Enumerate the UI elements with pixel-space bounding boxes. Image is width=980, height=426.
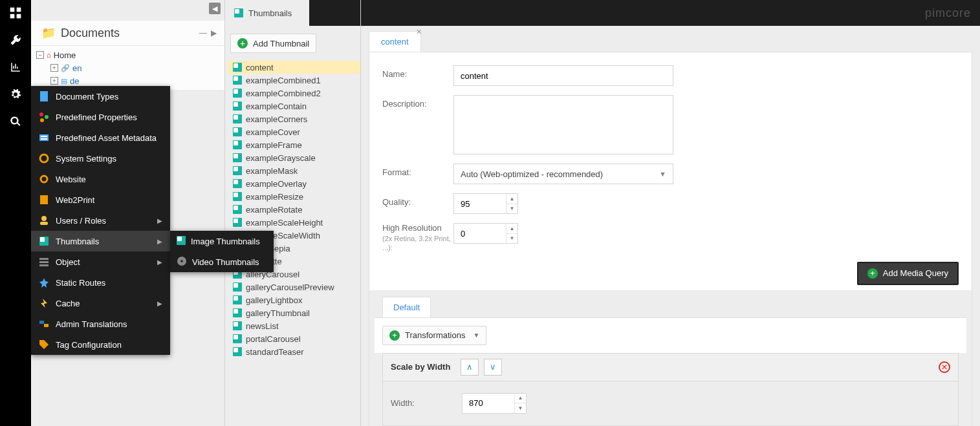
gear-icon[interactable]	[8, 87, 23, 102]
close-icon[interactable]: ×	[416, 27, 421, 37]
apps-icon[interactable]	[8, 5, 23, 21]
tree-en-row[interactable]: + 🔗 en	[36, 61, 219, 74]
collapse-toggle-icon[interactable]: −	[36, 51, 44, 59]
list-item[interactable]: galleryCarouselPreview	[228, 281, 360, 293]
submenu-image-thumbnails[interactable]: Image Thumbnails	[170, 231, 274, 251]
tree-de-label: de	[70, 76, 79, 86]
properties-icon	[39, 112, 49, 122]
list-item[interactable]: exampleFrame	[228, 138, 360, 151]
list-item[interactable]: exampleCombined1	[228, 74, 360, 87]
list-item[interactable]: galleryThumbnail	[228, 306, 360, 319]
thumbnails-icon	[234, 8, 243, 17]
list-item-label: galleryLightbox	[246, 295, 302, 305]
menu-website[interactable]: Website	[31, 169, 170, 189]
highres-sublabel: (2x Retina, 3.2x Print, ...):	[382, 234, 453, 253]
stepper-down-icon[interactable]: ▼	[515, 403, 526, 413]
expand-icon[interactable]: ▶	[211, 28, 217, 37]
expand-toggle-icon[interactable]: +	[50, 64, 58, 72]
list-item[interactable]: exampleCover	[228, 125, 360, 138]
list-item[interactable]: portalCarousel	[228, 332, 360, 345]
users-icon	[39, 215, 49, 226]
list-item[interactable]: standardTeaser	[228, 345, 360, 358]
add-media-query-button[interactable]: + Add Media Query	[857, 262, 959, 285]
wrench-icon[interactable]	[8, 32, 23, 48]
stepper-down-icon[interactable]: ▼	[506, 204, 517, 214]
list-item[interactable]: exampleGrayscale	[228, 151, 360, 164]
stepper-up-icon[interactable]: ▲	[506, 224, 517, 234]
menu-users-roles[interactable]: Users / Roles ▶	[31, 210, 170, 231]
transformations-button[interactable]: + Transformations ▼	[382, 326, 486, 345]
folder-icon: 📁	[41, 26, 56, 40]
list-item[interactable]: exampleContain	[228, 100, 360, 112]
list-item[interactable]: exampleRotate	[228, 203, 360, 216]
content-tabs: content ×	[361, 26, 980, 52]
stepper-up-icon[interactable]: ▲	[515, 394, 526, 404]
static-routes-icon	[39, 277, 49, 288]
list-item-label: exampleRotate	[246, 205, 302, 215]
minimize-icon[interactable]: —	[199, 28, 207, 37]
stepper-down-icon[interactable]: ▼	[506, 234, 517, 244]
width-stepper[interactable]: ▲ ▼	[462, 393, 527, 414]
list-item[interactable]: exampleScaleHeight	[228, 216, 360, 229]
list-item[interactable]: exampleCorners	[228, 112, 360, 125]
stepper-up-icon[interactable]: ▲	[506, 194, 517, 204]
list-item-label: exampleCorners	[246, 114, 307, 124]
list-item[interactable]: exampleOverlay	[228, 177, 360, 190]
menu-system-settings[interactable]: System Settings	[31, 148, 170, 169]
object-icon	[39, 257, 49, 267]
menu-object[interactable]: Object ▶	[31, 251, 170, 272]
width-label: Width:	[391, 398, 462, 408]
brand-logo: pimcore	[925, 6, 971, 20]
list-item-label: exampleFrame	[246, 140, 302, 150]
list-item[interactable]: exampleMask	[228, 164, 360, 177]
panel-collapse-left-icon[interactable]: ◀	[209, 3, 221, 14]
menu-document-types[interactable]: Document Types	[31, 86, 170, 107]
quality-stepper[interactable]: ▲ ▼	[453, 193, 518, 214]
highres-stepper[interactable]: ▲ ▼	[453, 223, 518, 244]
highres-input[interactable]	[454, 224, 506, 243]
menu-admin-translations[interactable]: Admin Translations	[31, 314, 170, 334]
menu-predefined-asset-metadata[interactable]: Predefined Asset Metadata	[31, 127, 170, 148]
delete-button[interactable]: ✕	[939, 361, 950, 373]
list-item[interactable]: newsList	[228, 319, 360, 332]
move-down-button[interactable]: ∨	[484, 359, 502, 376]
menu-cache[interactable]: Cache ▶	[31, 293, 170, 314]
menu-web2print[interactable]: Web2Print	[31, 189, 170, 210]
thumbnail-icon	[233, 282, 242, 292]
svg-rect-8	[39, 134, 49, 141]
chart-icon[interactable]	[8, 59, 23, 75]
expand-toggle-icon[interactable]: +	[50, 77, 58, 85]
list-item[interactable]: exampleResize	[228, 190, 360, 203]
format-select[interactable]: Auto (Web-optimized - recommended) ▼	[453, 164, 673, 184]
name-input[interactable]	[453, 65, 673, 86]
submenu-video-thumbnails[interactable]: Video Thumbnails	[170, 251, 274, 272]
list-item[interactable]: content	[228, 61, 360, 74]
tree-home-row[interactable]: − ⌂ Home	[36, 48, 219, 61]
list-item[interactable]: galleryLightbox	[228, 293, 360, 306]
search-icon[interactable]	[8, 114, 23, 129]
svg-rect-20	[44, 324, 49, 327]
menu-tag-configuration[interactable]: Tag Configuration	[31, 334, 170, 355]
tab-content[interactable]: content ×	[369, 31, 421, 52]
description-input[interactable]	[453, 95, 673, 154]
list-item-label: exampleScaleHeight	[246, 218, 323, 228]
nav-rail	[0, 0, 31, 426]
tab-thumbnails[interactable]: Thumbnails	[225, 0, 309, 26]
add-thumbnail-button[interactable]: + Add Thumbnail	[230, 34, 316, 53]
list-item-label: galleryCarouselPreview	[246, 282, 334, 292]
tab-default[interactable]: Default	[382, 297, 431, 317]
menu-static-routes[interactable]: Static Routes	[31, 272, 170, 293]
move-up-button[interactable]: ∧	[461, 359, 479, 376]
width-input[interactable]	[463, 394, 514, 413]
menu-predefined-properties[interactable]: Predefined Properties	[31, 107, 170, 127]
thumbnail-icon	[233, 127, 242, 136]
add-button-label: Add Thumbnail	[253, 39, 309, 48]
media-query-bar: + Add Media Query	[382, 262, 959, 285]
thumbnail-icon	[233, 192, 242, 201]
list-item[interactable]: exampleCombined2	[228, 87, 360, 100]
tree-de-row[interactable]: + ▤ de	[36, 74, 219, 87]
chevron-down-icon: ▼	[473, 332, 479, 339]
quality-input[interactable]	[454, 194, 506, 213]
media-button-label: Add Media Query	[883, 268, 948, 278]
menu-thumbnails[interactable]: Thumbnails ▶	[31, 231, 170, 251]
